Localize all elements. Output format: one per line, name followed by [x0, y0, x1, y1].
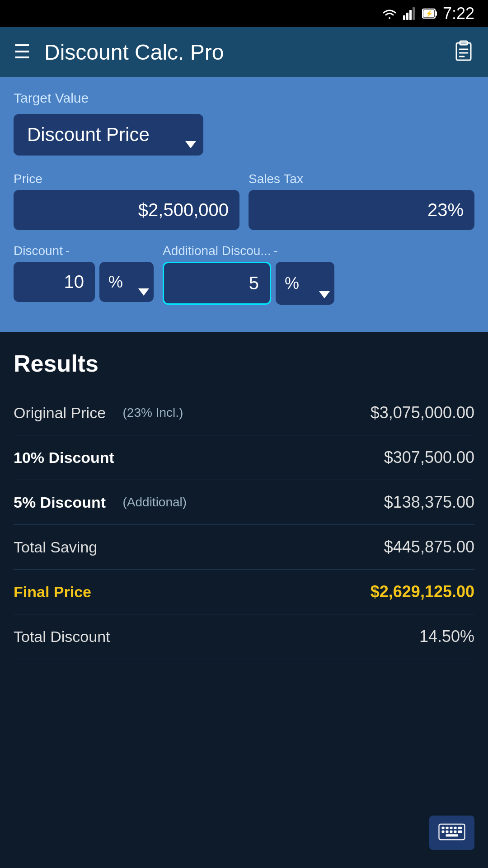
discount-value-input[interactable]: [14, 262, 95, 302]
svg-rect-15: [446, 827, 449, 829]
additional-discount-separator: -: [274, 244, 278, 258]
5-discount-label: 5% Discount (Additional): [14, 494, 187, 511]
additional-discount-unit-arrow-icon: [319, 291, 330, 298]
target-value-dropdown[interactable]: Discount Price: [14, 114, 203, 156]
battery-icon: ⚡: [422, 7, 437, 20]
result-row-5-discount: 5% Discount (Additional) $138,375.00: [14, 480, 474, 525]
additional-discount-value-input[interactable]: [163, 262, 271, 305]
final-price-value: $2,629,125.00: [371, 582, 474, 601]
svg-rect-20: [446, 830, 449, 833]
sales-tax-input[interactable]: [249, 190, 474, 230]
svg-rect-8: [456, 43, 471, 60]
hamburger-menu-icon[interactable]: ☰: [14, 42, 31, 61]
sales-tax-label: Sales Tax: [249, 172, 474, 186]
price-group: Price: [14, 172, 239, 230]
sales-tax-group: Sales Tax: [249, 172, 474, 230]
total-discount-label: Total Discount: [14, 628, 110, 646]
discount-unit-label: %: [108, 273, 123, 292]
status-bar: ⚡ 7:22: [0, 0, 488, 27]
app-header: ☰ Discount Calc. Pro: [0, 27, 488, 77]
svg-rect-3: [413, 7, 415, 20]
svg-rect-18: [458, 827, 462, 829]
svg-rect-14: [442, 827, 445, 829]
original-price-value: $3,075,000.00: [371, 403, 474, 422]
discount-group: Discount - %: [14, 244, 154, 302]
5-discount-value: $138,375.00: [384, 493, 474, 512]
keyboard-icon: [438, 823, 465, 841]
discount-label: Discount: [14, 244, 63, 258]
result-row-10-discount: 10% Discount $307,500.00: [14, 435, 474, 480]
result-row-final-price: Final Price $2,629,125.00: [14, 570, 474, 614]
additional-discount-label: Additional Discou...: [163, 244, 271, 258]
price-tax-row: Price Sales Tax: [14, 172, 474, 230]
app-title: Discount Calc. Pro: [44, 40, 439, 65]
discount-unit-arrow-icon: [138, 288, 149, 296]
svg-rect-22: [454, 830, 457, 833]
svg-rect-19: [442, 830, 445, 833]
price-label: Price: [14, 172, 239, 186]
additional-discount-unit-label: %: [285, 274, 299, 293]
results-title: Results: [14, 350, 474, 377]
results-list: Original Price (23% Incl.) $3,075,000.00…: [14, 391, 474, 659]
svg-rect-17: [454, 827, 457, 829]
target-value-group: Target Value Discount Price: [14, 90, 474, 172]
signal-icon: [403, 7, 417, 20]
total-saving-value: $445,875.00: [384, 538, 474, 557]
status-time: 7:22: [443, 4, 474, 23]
clipboard-icon: [453, 40, 474, 62]
keyboard-fab-button[interactable]: [429, 816, 474, 850]
dropdown-arrow-icon: [185, 141, 196, 148]
total-discount-value: 14.50%: [419, 627, 474, 646]
svg-rect-21: [450, 830, 453, 833]
results-section: Results Original Price (23% Incl.) $3,07…: [0, 332, 488, 677]
10-discount-value: $307,500.00: [384, 448, 474, 467]
10-discount-label: 10% Discount: [14, 449, 114, 467]
wifi-icon: [381, 7, 398, 20]
result-row-total-saving: Total Saving $445,875.00: [14, 525, 474, 570]
status-icons: ⚡ 7:22: [381, 4, 474, 23]
svg-rect-5: [435, 11, 437, 16]
svg-rect-23: [458, 830, 462, 833]
original-price-label: Original Price (23% Incl.): [14, 404, 183, 422]
price-input[interactable]: [14, 190, 239, 230]
svg-text:⚡: ⚡: [425, 10, 433, 18]
additional-discount-group: Additional Discou... - %: [163, 244, 334, 305]
discount-row: Discount - % Additional Discou... - %: [14, 244, 474, 305]
svg-rect-2: [409, 10, 412, 20]
target-value-label: Target Value: [14, 90, 474, 106]
discount-unit-button[interactable]: %: [99, 262, 154, 302]
svg-rect-0: [403, 15, 405, 20]
result-row-original-price: Original Price (23% Incl.) $3,075,000.00: [14, 391, 474, 435]
additional-discount-unit-button[interactable]: %: [276, 262, 334, 305]
result-row-total-discount: Total Discount 14.50%: [14, 614, 474, 659]
final-price-label: Final Price: [14, 583, 91, 601]
list-button[interactable]: [453, 40, 474, 64]
total-saving-label: Total Saving: [14, 538, 97, 556]
svg-rect-1: [406, 13, 408, 20]
target-value-selected: Discount Price: [27, 124, 150, 146]
svg-rect-16: [450, 827, 453, 829]
input-section: Target Value Discount Price Price Sales …: [0, 77, 488, 332]
discount-separator: -: [66, 244, 70, 258]
svg-rect-24: [446, 834, 458, 836]
